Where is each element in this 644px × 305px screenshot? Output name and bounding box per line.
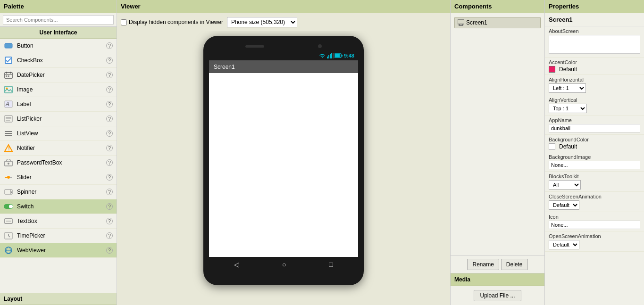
palette-item-slider[interactable]: Slider ? <box>0 170 117 185</box>
prop-select-closescreenanimation[interactable]: Default Fade Zoom <box>549 200 579 210</box>
palette-item-button-help[interactable]: ? <box>106 42 113 49</box>
palette-item-notifier-label: Notifier <box>17 145 106 151</box>
svg-rect-41 <box>331 53 332 58</box>
viewer-controls: Display hidden components in Viewer Phon… <box>117 13 450 31</box>
backgroundcolor-swatch[interactable] <box>549 143 555 150</box>
media-section: Media Upload File ... <box>451 273 544 305</box>
palette-item-datepicker[interactable]: DatePicker ? <box>0 68 117 82</box>
palette-item-textbox[interactable]: TextBox ? <box>0 214 117 229</box>
palette-item-notifier-help[interactable]: ? <box>106 145 113 151</box>
signal-icon <box>327 53 334 58</box>
component-screen1[interactable]: Screen1 <box>454 17 541 28</box>
palette-item-textbox-help[interactable]: ? <box>106 218 113 224</box>
listpicker-icon <box>4 114 13 124</box>
palette-item-listpicker-help[interactable]: ? <box>106 115 113 122</box>
prop-select-openscreenanimation[interactable]: Default Fade Zoom <box>549 240 579 249</box>
svg-rect-38 <box>327 57 328 58</box>
prop-label-icon: Icon <box>549 214 640 220</box>
palette-item-listview[interactable]: ListView ? <box>0 126 117 141</box>
prop-input-icon[interactable] <box>549 221 640 229</box>
prop-select-alignhorizontal[interactable]: Left : 1 Right : 2 Center : 3 <box>549 83 586 93</box>
accentcolor-text: Default <box>559 66 577 73</box>
palette-item-label-help[interactable]: ? <box>106 101 113 107</box>
media-content: Upload File ... <box>451 286 544 305</box>
rename-button[interactable]: Rename <box>467 259 499 270</box>
palette-item-webviewer[interactable]: WebViewer ? <box>0 243 117 258</box>
phone-nav-bar: ◁ ○ □ <box>209 257 358 272</box>
svg-rect-42 <box>333 53 334 58</box>
prop-label-closescreenanimation: CloseScreenAnimation <box>549 194 640 199</box>
prop-value-aboutscreen <box>549 35 640 55</box>
prop-input-backgroundimage[interactable] <box>549 161 640 169</box>
palette-item-datepicker-help[interactable]: ? <box>106 72 113 78</box>
palette-item-webviewer-help[interactable]: ? <box>106 247 113 254</box>
svg-rect-7 <box>8 75 9 77</box>
button-icon <box>4 41 13 50</box>
components-header: Components <box>451 0 544 13</box>
palette-item-image[interactable]: Image ? <box>0 82 117 97</box>
palette-item-button[interactable]: Button ? <box>0 39 117 53</box>
palette-item-notifier[interactable]: ! Notifier ? <box>0 141 117 156</box>
palette-item-listpicker-label: ListPicker <box>17 115 106 122</box>
svg-point-25 <box>7 176 10 179</box>
palette-item-listview-help[interactable]: ? <box>106 130 113 137</box>
palette-item-timepicker-help[interactable]: ? <box>106 232 113 239</box>
prop-value-appname <box>549 124 640 132</box>
svg-rect-39 <box>328 55 329 58</box>
palette-item-listpicker[interactable]: ListPicker ? <box>0 112 117 126</box>
palette-item-label[interactable]: A Label ? <box>0 97 117 112</box>
display-hidden-label[interactable]: Display hidden components in Viewer <box>121 19 223 25</box>
components-action-buttons: Rename Delete <box>451 256 544 273</box>
battery-icon <box>335 53 343 58</box>
palette-item-image-help[interactable]: ? <box>106 86 113 93</box>
palette-item-slider-help[interactable]: ? <box>106 174 113 181</box>
search-input[interactable] <box>3 15 114 25</box>
prop-row-aboutscreen: AboutScreen <box>545 26 644 58</box>
prop-row-accentcolor: AccentColor Default <box>545 58 644 75</box>
palette-item-passwordtextbox[interactable]: PasswordTextBox ? <box>0 156 117 170</box>
viewer-content: 9:48 Screen1 ◁ ○ □ <box>117 31 450 305</box>
prop-select-blockstoolkit[interactable]: All Custom <box>549 180 581 190</box>
datepicker-icon <box>4 70 13 80</box>
prop-input-appname[interactable] <box>549 124 640 132</box>
palette-item-switch[interactable]: Switch ? <box>0 199 117 214</box>
textbox-icon <box>4 216 13 226</box>
phone-status-icons: 9:48 <box>318 53 354 58</box>
prop-select-alignvertical[interactable]: Top : 1 Center : 2 Bottom : 3 <box>549 104 587 113</box>
prop-value-closescreenanimation: Default Fade Zoom <box>549 200 640 210</box>
palette-item-spinner-help[interactable]: ? <box>106 189 113 195</box>
properties-header: Properties <box>545 0 644 13</box>
label-icon: A <box>4 99 13 109</box>
upload-file-button[interactable]: Upload File ... <box>474 290 521 301</box>
prop-row-alignvertical: AlignVertical Top : 1 Center : 2 Bottom … <box>545 95 644 115</box>
prop-input-aboutscreen[interactable] <box>549 35 640 54</box>
phone-time: 9:48 <box>344 53 354 58</box>
phone-screen-title: Screen1 <box>214 64 235 70</box>
svg-text:!: ! <box>8 145 10 152</box>
display-hidden-checkbox[interactable] <box>121 19 127 25</box>
timepicker-icon <box>4 231 13 240</box>
palette-item-checkbox-help[interactable]: ? <box>106 57 113 64</box>
palette-item-passwordtextbox-help[interactable]: ? <box>106 159 113 166</box>
home-button: ○ <box>282 261 286 268</box>
palette-item-checkbox[interactable]: CheckBox ? <box>0 53 117 68</box>
phone-speaker <box>245 45 264 48</box>
components-panel: Components Screen1 Rename Delete Media U… <box>451 0 545 305</box>
svg-line-34 <box>8 236 10 237</box>
svg-rect-40 <box>330 54 331 58</box>
delete-button[interactable]: Delete <box>501 259 528 270</box>
notifier-icon: ! <box>4 143 13 153</box>
listview-icon <box>4 129 13 138</box>
prop-value-accentcolor: Default <box>549 66 640 73</box>
prop-row-icon: Icon <box>545 212 644 231</box>
palette-item-timepicker[interactable]: TimePicker ? <box>0 229 117 243</box>
accentcolor-swatch[interactable] <box>549 66 555 73</box>
palette-item-webviewer-label: WebViewer <box>17 247 106 254</box>
phone-size-select[interactable]: Phone size (505,320) Tablet size (1024,7… <box>227 17 297 27</box>
prop-row-openscreenanimation: OpenScreenAnimation Default Fade Zoom <box>545 231 644 252</box>
palette-item-switch-help[interactable]: ? <box>106 203 113 210</box>
palette-item-spinner[interactable]: Spinner ? <box>0 185 117 199</box>
prop-label-blockstoolkit: BlocksToolkit <box>549 173 640 179</box>
prop-value-blockstoolkit: All Custom <box>549 180 640 190</box>
prop-row-alignhorizontal: AlignHorizontal Left : 1 Right : 2 Cente… <box>545 75 644 95</box>
